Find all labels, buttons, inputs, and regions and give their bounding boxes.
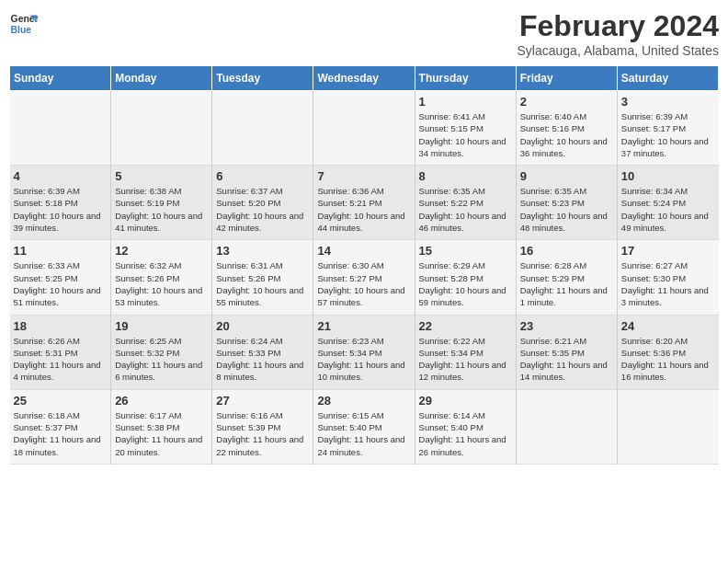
calendar-cell: 14Sunrise: 6:30 AM Sunset: 5:27 PM Dayli… <box>313 240 415 315</box>
day-info: Sunrise: 6:36 AM Sunset: 5:21 PM Dayligh… <box>317 185 410 234</box>
day-number: 5 <box>115 169 208 183</box>
day-info: Sunrise: 6:33 AM Sunset: 5:25 PM Dayligh… <box>14 259 108 308</box>
day-number: 12 <box>115 244 208 258</box>
col-header-wednesday: Wednesday <box>313 66 415 91</box>
day-info: Sunrise: 6:21 AM Sunset: 5:35 PM Dayligh… <box>520 335 613 384</box>
calendar-cell: 29Sunrise: 6:14 AM Sunset: 5:40 PM Dayli… <box>415 389 516 464</box>
calendar-table: SundayMondayTuesdayWednesdayThursdayFrid… <box>9 65 719 465</box>
day-number: 25 <box>14 394 108 408</box>
svg-text:Blue: Blue <box>11 25 32 35</box>
calendar-cell: 17Sunrise: 6:27 AM Sunset: 5:30 PM Dayli… <box>617 240 718 315</box>
day-info: Sunrise: 6:16 AM Sunset: 5:39 PM Dayligh… <box>216 409 309 458</box>
day-number: 17 <box>621 244 715 258</box>
day-number: 21 <box>317 319 410 333</box>
calendar-cell <box>617 389 718 464</box>
day-info: Sunrise: 6:22 AM Sunset: 5:34 PM Dayligh… <box>419 335 512 384</box>
calendar-cell: 7Sunrise: 6:36 AM Sunset: 5:21 PM Daylig… <box>313 166 415 240</box>
calendar-cell: 13Sunrise: 6:31 AM Sunset: 5:26 PM Dayli… <box>212 240 313 315</box>
day-info: Sunrise: 6:39 AM Sunset: 5:17 PM Dayligh… <box>621 110 715 159</box>
day-info: Sunrise: 6:15 AM Sunset: 5:40 PM Dayligh… <box>317 409 410 458</box>
calendar-cell: 9Sunrise: 6:35 AM Sunset: 5:23 PM Daylig… <box>516 166 617 240</box>
day-number: 14 <box>317 244 410 258</box>
week-row-1: 4Sunrise: 6:39 AM Sunset: 5:18 PM Daylig… <box>10 166 719 240</box>
day-info: Sunrise: 6:38 AM Sunset: 5:19 PM Dayligh… <box>115 185 208 234</box>
calendar-cell <box>10 91 111 166</box>
calendar-cell: 2Sunrise: 6:40 AM Sunset: 5:16 PM Daylig… <box>516 91 617 166</box>
calendar-cell: 22Sunrise: 6:22 AM Sunset: 5:34 PM Dayli… <box>415 315 516 389</box>
day-info: Sunrise: 6:34 AM Sunset: 5:24 PM Dayligh… <box>621 185 715 234</box>
week-row-0: 1Sunrise: 6:41 AM Sunset: 5:15 PM Daylig… <box>10 91 719 166</box>
calendar-cell <box>516 389 617 464</box>
day-number: 24 <box>621 319 715 333</box>
col-header-friday: Friday <box>516 66 617 91</box>
calendar-cell: 20Sunrise: 6:24 AM Sunset: 5:33 PM Dayli… <box>212 315 313 389</box>
day-info: Sunrise: 6:37 AM Sunset: 5:20 PM Dayligh… <box>216 185 309 234</box>
col-header-saturday: Saturday <box>617 66 718 91</box>
day-info: Sunrise: 6:32 AM Sunset: 5:26 PM Dayligh… <box>115 259 208 308</box>
main-title: February 2024 <box>518 9 719 43</box>
calendar-cell: 23Sunrise: 6:21 AM Sunset: 5:35 PM Dayli… <box>516 315 617 389</box>
calendar-cell: 16Sunrise: 6:28 AM Sunset: 5:29 PM Dayli… <box>516 240 617 315</box>
calendar-cell: 21Sunrise: 6:23 AM Sunset: 5:34 PM Dayli… <box>313 315 415 389</box>
day-number: 16 <box>520 244 613 258</box>
calendar-cell: 24Sunrise: 6:20 AM Sunset: 5:36 PM Dayli… <box>617 315 718 389</box>
calendar-cell: 3Sunrise: 6:39 AM Sunset: 5:17 PM Daylig… <box>617 91 718 166</box>
day-info: Sunrise: 6:29 AM Sunset: 5:28 PM Dayligh… <box>419 259 512 308</box>
logo: General Blue <box>9 9 39 39</box>
day-info: Sunrise: 6:14 AM Sunset: 5:40 PM Dayligh… <box>419 409 512 458</box>
day-number: 3 <box>621 95 715 109</box>
calendar-cell: 10Sunrise: 6:34 AM Sunset: 5:24 PM Dayli… <box>617 166 718 240</box>
calendar-cell <box>212 91 313 166</box>
day-number: 19 <box>115 319 208 333</box>
day-info: Sunrise: 6:35 AM Sunset: 5:23 PM Dayligh… <box>520 185 613 234</box>
calendar-cell: 1Sunrise: 6:41 AM Sunset: 5:15 PM Daylig… <box>415 91 516 166</box>
header: General Blue February 2024 Sylacauga, Al… <box>9 9 719 58</box>
day-number: 29 <box>419 394 512 408</box>
day-number: 15 <box>419 244 512 258</box>
calendar-cell: 26Sunrise: 6:17 AM Sunset: 5:38 PM Dayli… <box>111 389 212 464</box>
logo-icon: General Blue <box>9 9 39 39</box>
calendar-cell: 11Sunrise: 6:33 AM Sunset: 5:25 PM Dayli… <box>10 240 111 315</box>
day-info: Sunrise: 6:18 AM Sunset: 5:37 PM Dayligh… <box>14 409 108 458</box>
col-header-tuesday: Tuesday <box>212 66 313 91</box>
day-number: 10 <box>621 169 715 183</box>
day-number: 2 <box>520 95 613 109</box>
col-header-thursday: Thursday <box>415 66 516 91</box>
day-number: 20 <box>216 319 309 333</box>
calendar-cell <box>313 91 415 166</box>
day-number: 4 <box>14 169 108 183</box>
day-number: 23 <box>520 319 613 333</box>
day-number: 28 <box>317 394 410 408</box>
calendar-cell: 27Sunrise: 6:16 AM Sunset: 5:39 PM Dayli… <box>212 389 313 464</box>
calendar-cell: 12Sunrise: 6:32 AM Sunset: 5:26 PM Dayli… <box>111 240 212 315</box>
day-info: Sunrise: 6:27 AM Sunset: 5:30 PM Dayligh… <box>621 259 715 308</box>
day-info: Sunrise: 6:25 AM Sunset: 5:32 PM Dayligh… <box>115 335 208 384</box>
calendar-cell: 8Sunrise: 6:35 AM Sunset: 5:22 PM Daylig… <box>415 166 516 240</box>
col-header-sunday: Sunday <box>10 66 111 91</box>
header-row: SundayMondayTuesdayWednesdayThursdayFrid… <box>10 66 719 91</box>
day-info: Sunrise: 6:30 AM Sunset: 5:27 PM Dayligh… <box>317 259 410 308</box>
day-number: 7 <box>317 169 410 183</box>
calendar-cell: 15Sunrise: 6:29 AM Sunset: 5:28 PM Dayli… <box>415 240 516 315</box>
day-info: Sunrise: 6:20 AM Sunset: 5:36 PM Dayligh… <box>621 335 715 384</box>
calendar-cell: 6Sunrise: 6:37 AM Sunset: 5:20 PM Daylig… <box>212 166 313 240</box>
week-row-2: 11Sunrise: 6:33 AM Sunset: 5:25 PM Dayli… <box>10 240 719 315</box>
day-info: Sunrise: 6:23 AM Sunset: 5:34 PM Dayligh… <box>317 335 410 384</box>
calendar-cell: 4Sunrise: 6:39 AM Sunset: 5:18 PM Daylig… <box>10 166 111 240</box>
day-number: 27 <box>216 394 309 408</box>
col-header-monday: Monday <box>111 66 212 91</box>
title-area: February 2024 Sylacauga, Alabama, United… <box>518 9 719 58</box>
day-number: 1 <box>419 95 512 109</box>
day-info: Sunrise: 6:17 AM Sunset: 5:38 PM Dayligh… <box>115 409 208 458</box>
calendar-cell: 5Sunrise: 6:38 AM Sunset: 5:19 PM Daylig… <box>111 166 212 240</box>
subtitle: Sylacauga, Alabama, United States <box>518 43 719 58</box>
day-info: Sunrise: 6:28 AM Sunset: 5:29 PM Dayligh… <box>520 259 613 308</box>
calendar-cell <box>111 91 212 166</box>
week-row-3: 18Sunrise: 6:26 AM Sunset: 5:31 PM Dayli… <box>10 315 719 389</box>
day-info: Sunrise: 6:39 AM Sunset: 5:18 PM Dayligh… <box>14 185 108 234</box>
day-number: 22 <box>419 319 512 333</box>
day-info: Sunrise: 6:40 AM Sunset: 5:16 PM Dayligh… <box>520 110 613 159</box>
day-info: Sunrise: 6:24 AM Sunset: 5:33 PM Dayligh… <box>216 335 309 384</box>
day-info: Sunrise: 6:35 AM Sunset: 5:22 PM Dayligh… <box>419 185 512 234</box>
calendar-cell: 28Sunrise: 6:15 AM Sunset: 5:40 PM Dayli… <box>313 389 415 464</box>
